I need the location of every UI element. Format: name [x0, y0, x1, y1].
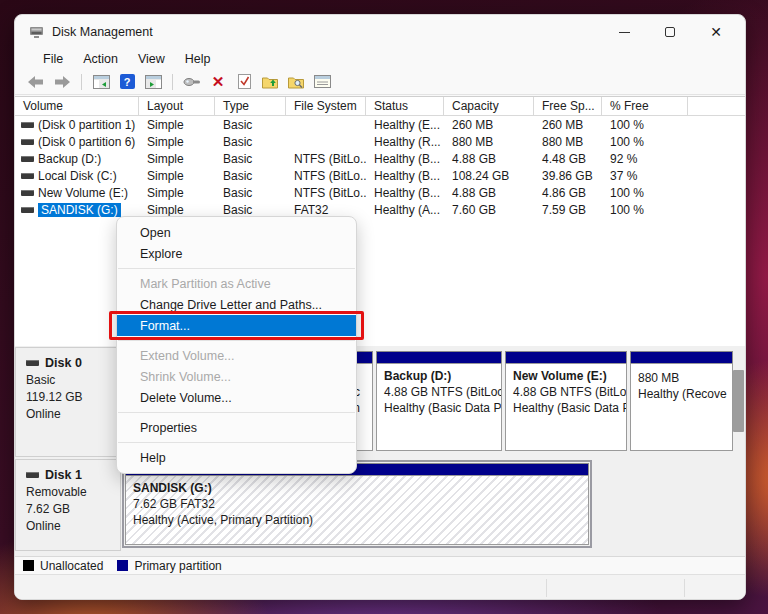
cell-type: Basic — [215, 118, 286, 132]
maximize-button[interactable] — [647, 15, 693, 49]
volume-icon — [21, 190, 34, 196]
partition-color-bar — [630, 351, 733, 363]
close-icon: ✕ — [710, 25, 722, 39]
table-row[interactable]: Backup (D:) Simple Basic NTFS (BitLo... … — [15, 150, 746, 167]
format-label: Format... — [140, 319, 190, 333]
cell-type: Basic — [215, 186, 286, 200]
delete-icon[interactable]: ✕ — [207, 72, 229, 92]
menu-item-properties[interactable]: Properties — [117, 417, 356, 438]
table-row[interactable]: (Disk 0 partition 1) Simple Basic Health… — [15, 116, 746, 133]
disk-name: Disk 1 — [45, 468, 82, 482]
cell-free: 39.86 GB — [534, 169, 602, 183]
statusbar-separator — [684, 579, 685, 597]
menu-item-change-drive-letter[interactable]: Change Drive Letter and Paths... — [117, 294, 356, 315]
partition-line: 7.62 GB FAT32 — [133, 497, 581, 511]
column-volume[interactable]: Volume — [15, 97, 139, 115]
show-console-tree-icon[interactable] — [90, 72, 112, 92]
cell-type: Basic — [215, 152, 286, 166]
menu-view[interactable]: View — [128, 50, 175, 68]
cell-pct: 100 % — [602, 186, 688, 200]
partition-line: 880 MB — [638, 371, 725, 385]
close-button[interactable]: ✕ — [693, 15, 739, 49]
rescan-disks-icon[interactable] — [181, 72, 203, 92]
statusbar-separator — [546, 579, 547, 597]
minimize-button[interactable] — [601, 15, 647, 49]
partition-line: Healthy (Basic Data P — [384, 401, 494, 415]
forward-icon[interactable] — [51, 72, 73, 92]
cell-capacity: 7.60 GB — [444, 203, 534, 217]
menu-help[interactable]: Help — [175, 50, 221, 68]
cell-layout: Simple — [139, 118, 215, 132]
cell-capacity: 880 MB — [444, 135, 534, 149]
column-file-system[interactable]: File System — [286, 97, 366, 115]
menu-item-format[interactable]: Format... — [117, 315, 356, 336]
cell-layout: Simple — [139, 203, 215, 217]
cell-pct: 100 % — [602, 118, 688, 132]
menu-item-extend-volume: Extend Volume... — [117, 345, 356, 366]
cell-capacity: 4.88 GB — [444, 186, 534, 200]
set-active-icon[interactable] — [233, 72, 255, 92]
menu-item-open[interactable]: Open — [117, 222, 356, 243]
menu-item-help[interactable]: Help — [117, 447, 356, 468]
menu-action[interactable]: Action — [73, 50, 128, 68]
menu-item-delete-volume[interactable]: Delete Volume... — [117, 387, 356, 408]
table-row[interactable]: (Disk 0 partition 6) Simple Basic Health… — [15, 133, 746, 150]
menu-separator — [118, 268, 355, 269]
explore-folder-icon[interactable] — [285, 72, 307, 92]
menu-item-explore[interactable]: Explore — [117, 243, 356, 264]
legend-unallocated: Unallocated — [23, 559, 103, 573]
partition-new-volume-e[interactable]: New Volume (E:) 4.88 GB NTFS (BitLoc Hea… — [505, 351, 627, 451]
help-icon[interactable]: ? — [116, 72, 138, 92]
disk1-label[interactable]: Disk 1 Removable 7.62 GB Online — [15, 459, 121, 551]
cell-status: Healthy (R... — [366, 135, 444, 149]
column-status[interactable]: Status — [366, 97, 444, 115]
show-action-pane-icon[interactable] — [142, 72, 164, 92]
legend-bar: Unallocated Primary partition — [15, 556, 746, 574]
cell-free: 7.59 GB — [534, 203, 602, 217]
column-free-space[interactable]: Free Sp... — [534, 97, 602, 115]
disk-status: Online — [26, 519, 114, 533]
cell-pct: 37 % — [602, 169, 688, 183]
partition-color-bar — [376, 351, 502, 363]
volume-name: New Volume (E:) — [38, 186, 128, 200]
toolbar-separator — [81, 74, 82, 90]
column-pct-free[interactable]: % Free — [602, 97, 688, 115]
app-icon — [29, 26, 44, 39]
vertical-scrollbar[interactable] — [732, 352, 745, 550]
column-type[interactable]: Type — [215, 97, 286, 115]
context-menu: Open Explore Mark Partition as Active Ch… — [116, 216, 357, 474]
cell-type: Basic — [215, 135, 286, 149]
volume-icon — [21, 122, 34, 128]
menubar: File Action View Help — [15, 49, 745, 69]
cell-status: Healthy (B... — [366, 152, 444, 166]
open-folder-icon[interactable] — [259, 72, 281, 92]
partition-line: Healthy (Basic Data P — [513, 401, 619, 415]
volume-icon — [21, 139, 34, 145]
column-layout[interactable]: Layout — [139, 97, 215, 115]
unallocated-swatch — [23, 560, 34, 571]
cell-fs: NTFS (BitLo... — [286, 152, 366, 166]
partition-color-bar — [505, 351, 627, 363]
cell-capacity: 108.24 GB — [444, 169, 534, 183]
cell-layout: Simple — [139, 186, 215, 200]
menu-item-mark-partition-active: Mark Partition as Active — [117, 273, 356, 294]
disk-name: Disk 0 — [45, 356, 82, 370]
cell-capacity: 260 MB — [444, 118, 534, 132]
disk0-label[interactable]: Disk 0 Basic 119.12 GB Online — [15, 347, 121, 457]
disk-size: 119.12 GB — [26, 390, 114, 404]
partition-recovery[interactable]: 880 MB Healthy (Recove — [630, 351, 733, 451]
back-icon[interactable] — [25, 72, 47, 92]
partition-backup-d[interactable]: Backup (D:) 4.88 GB NTFS (BitLoc Healthy… — [376, 351, 502, 451]
cell-pct: 100 % — [602, 135, 688, 149]
table-row[interactable]: Local Disk (C:) Simple Basic NTFS (BitLo… — [15, 167, 746, 184]
disk-kind: Basic — [26, 373, 114, 387]
volume-name: (Disk 0 partition 6) — [38, 135, 135, 149]
disk-status: Online — [26, 407, 114, 421]
partition-sandisk-g[interactable]: SANDISK (G:) 7.62 GB FAT32 Healthy (Acti… — [125, 463, 589, 545]
scrollbar-thumb[interactable] — [733, 370, 744, 432]
properties-icon[interactable] — [311, 72, 333, 92]
toolbar: ? ✕ — [15, 69, 745, 95]
menu-file[interactable]: File — [33, 50, 73, 68]
table-row[interactable]: New Volume (E:) Simple Basic NTFS (BitLo… — [15, 184, 746, 201]
column-capacity[interactable]: Capacity — [444, 97, 534, 115]
